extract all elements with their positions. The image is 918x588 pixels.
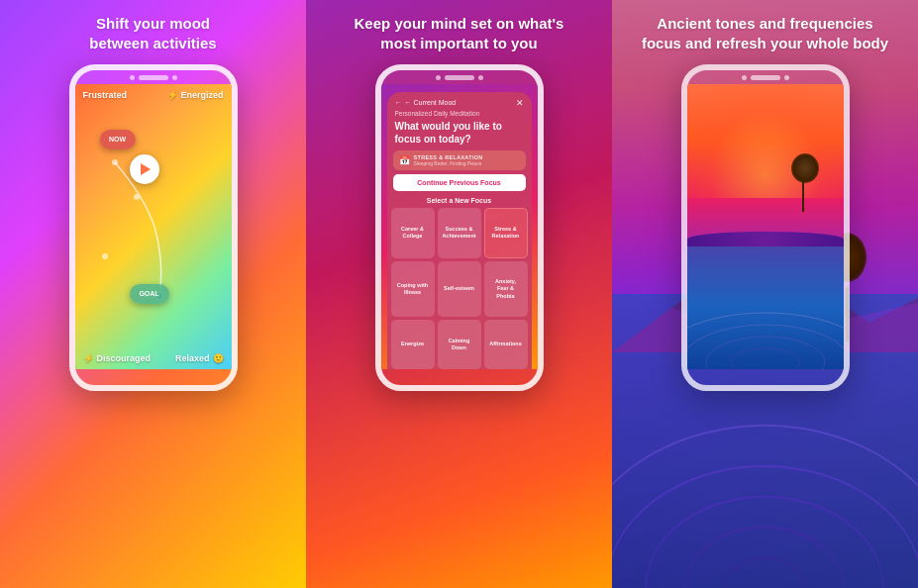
sun-glow	[687, 84, 844, 198]
panel3-content: Ancient tones and frequencies focus and …	[622, 0, 908, 588]
focus-text: STRESS & RELAXATION Sleeping Better, Fin…	[414, 154, 520, 166]
phone3-inner	[687, 84, 844, 369]
goal-node: GOAL	[130, 284, 169, 304]
panel-ancient-tones: Ancient tones and frequencies focus and …	[612, 0, 918, 588]
notch-bar-3	[751, 75, 780, 80]
phone-spiral-lines	[687, 227, 844, 369]
play-button-node[interactable]	[130, 154, 159, 184]
focus-card: 📅 STRESS & RELAXATION Sleeping Better, F…	[393, 150, 526, 170]
phone-notch-3	[687, 70, 844, 84]
focus-calming[interactable]: Calming Down	[438, 320, 481, 368]
svg-point-14	[731, 348, 800, 369]
dialog-close-btn[interactable]: ✕	[516, 98, 524, 108]
notch-bar-2	[445, 75, 474, 80]
notch-dot-4	[478, 75, 483, 80]
notch-dot-3	[436, 75, 441, 80]
dialog-subtitle: Personalized Daily Meditation	[387, 110, 532, 117]
mood-discouraged: ⚡ Discouraged	[83, 353, 152, 363]
now-node: NOW	[100, 130, 136, 149]
relaxed-icon: 🙂	[213, 353, 224, 363]
focus-energize[interactable]: Energize	[391, 320, 435, 368]
notch-dot	[130, 75, 135, 80]
phone2-inner: ← ← Current Mood ✕ Personalized Daily Me…	[381, 84, 538, 369]
energized-icon: ⚡	[167, 90, 178, 100]
calendar-icon: 📅	[399, 155, 410, 165]
mood-top-labels: Frustrated ⚡ Energized	[75, 84, 232, 100]
svg-point-1	[134, 194, 140, 200]
mood-path-svg	[75, 100, 232, 353]
focus-desc: Sleeping Better, Finding Peace	[414, 160, 520, 166]
mood-path-area: NOW GOAL	[75, 100, 232, 353]
panel2-title: Keep your mind set on what's most import…	[335, 0, 584, 64]
focus-stress[interactable]: Stress & Relaxation	[484, 208, 528, 258]
svg-point-11	[687, 313, 844, 369]
phone-mockup-3	[681, 64, 850, 391]
select-focus-label: Select a New Focus	[387, 195, 532, 208]
back-arrow-icon: ←	[395, 99, 402, 106]
discouraged-icon: ⚡	[83, 353, 94, 363]
nature-background	[687, 84, 844, 369]
panel-mind-set: Keep your mind set on what's most import…	[306, 0, 612, 588]
play-icon	[141, 163, 151, 175]
phone-notch-2	[381, 70, 538, 84]
mood-frustrated: Frustrated	[83, 90, 128, 100]
panel3-title: Ancient tones and frequencies focus and …	[622, 0, 908, 64]
focus-coping[interactable]: Coping with Illness	[391, 261, 435, 317]
panel-mood-shift: Shift your mood between activities Frust…	[0, 0, 306, 588]
dialog-question: What would you like to focus on today?	[387, 117, 532, 150]
svg-point-2	[102, 253, 108, 259]
continue-btn[interactable]: Continue Previous Focus	[393, 174, 526, 191]
mood-energized: ⚡ Energized	[167, 90, 223, 100]
panel1-title: Shift your mood between activities	[69, 0, 236, 64]
phone-notch-1	[75, 70, 232, 84]
mood-relaxed: Relaxed 🙂	[175, 353, 224, 363]
phone-mockup-1: Frustrated ⚡ Energized NOW	[69, 64, 238, 391]
focus-selfesteem[interactable]: Self-esteem	[438, 261, 481, 317]
svg-point-0	[112, 159, 118, 165]
phone1-inner: Frustrated ⚡ Energized NOW	[75, 84, 232, 369]
notch-dot-5	[742, 75, 747, 80]
phone-tree-canopy	[791, 153, 819, 183]
notch-dot-2	[172, 75, 177, 80]
svg-point-13	[706, 337, 825, 369]
notch-bar	[139, 75, 168, 80]
dialog-back-btn[interactable]: ← ← Current Mood	[395, 99, 457, 106]
notch-dot-6	[784, 75, 789, 80]
mood-bottom-labels: ⚡ Discouraged Relaxed 🙂	[75, 353, 232, 369]
focus-grid: Career & College Success & Achievement S…	[387, 208, 532, 369]
phone-mockup-2: ← ← Current Mood ✕ Personalized Daily Me…	[375, 64, 544, 391]
mood-dialog: ← ← Current Mood ✕ Personalized Daily Me…	[387, 92, 532, 369]
dialog-header: ← ← Current Mood ✕	[387, 92, 532, 110]
focus-success[interactable]: Success & Achievement	[438, 208, 481, 258]
focus-anxiety[interactable]: Anxiety, Fear & Phobia	[484, 261, 528, 317]
focus-career[interactable]: Career & College	[391, 208, 435, 258]
focus-affirmations[interactable]: Affirmations	[484, 320, 528, 368]
svg-point-12	[687, 325, 844, 369]
